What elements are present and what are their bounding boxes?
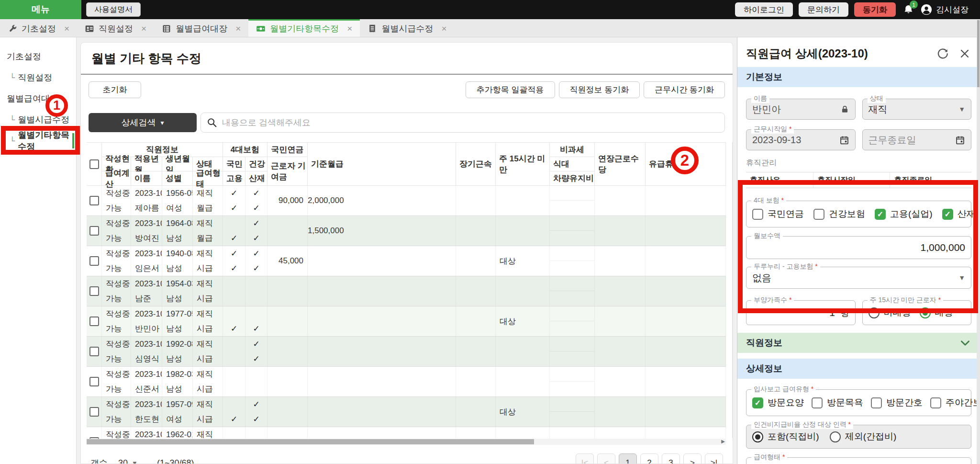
radio-icon[interactable] xyxy=(830,431,841,442)
calendar-icon[interactable] xyxy=(839,135,849,145)
work-end-date-field[interactable]: 근무종료일 xyxy=(862,129,972,150)
row-checkbox[interactable] xyxy=(89,317,99,326)
checkbox-icon[interactable] xyxy=(875,209,886,220)
work-start-date-field[interactable]: 근무시작일 * 2023-09-13 xyxy=(746,129,856,150)
tab-close-icon[interactable]: × xyxy=(441,23,446,34)
hi-login-button[interactable]: 하이로그인 xyxy=(735,2,793,17)
table-row[interactable]: 작성중 2023-10 1956-05-16 재직 ✓ ✓ 가능 제아름 여성 … xyxy=(87,186,726,216)
checkbox-icon[interactable] xyxy=(930,397,941,408)
page-button-2[interactable]: 2 xyxy=(640,453,658,464)
checkbox-icon[interactable] xyxy=(813,209,824,220)
manual-button[interactable]: 사용설명서 xyxy=(86,2,141,17)
tab-close-icon[interactable]: × xyxy=(64,23,69,34)
table-row[interactable]: 작성중 2023-10 1954-03-02 재직 가능 남준 남성 시급 xyxy=(87,276,726,306)
radio-not-applicable[interactable]: 비대상 xyxy=(869,306,911,319)
monthly-pay-field[interactable]: 월보수액 1,000,000 xyxy=(746,236,971,259)
cell-status: 작성중 xyxy=(102,367,131,382)
section-employee-info[interactable]: 직원정보 xyxy=(737,333,980,353)
checkbox-employment-insurance[interactable]: 고용(실업) xyxy=(875,208,933,220)
radio-exclude-indirect[interactable]: 제외(간접비) xyxy=(830,430,897,443)
sidebar-item-employee-settings[interactable]: └직원설정 xyxy=(0,67,76,88)
duru-nuri-select[interactable]: 두루누리 - 고용보험 * 없음 ▼ xyxy=(746,267,971,289)
row-checkbox[interactable] xyxy=(89,377,99,386)
close-icon[interactable] xyxy=(959,48,970,59)
vertical-scrollbar[interactable]: ▲ ▼ xyxy=(732,142,733,438)
menu-button[interactable]: 메뉴 xyxy=(0,0,81,19)
first-page-button[interactable]: |< xyxy=(576,453,594,464)
row-checkbox[interactable] xyxy=(89,196,99,205)
checkbox-visit-bath[interactable]: 방문목욕 xyxy=(812,396,863,409)
checkbox-visit-nursing[interactable]: 방문간호 xyxy=(871,396,923,409)
last-page-button[interactable]: >| xyxy=(705,453,723,464)
cell-meal xyxy=(550,216,595,231)
cell-health-check xyxy=(245,306,267,321)
radio-icon[interactable] xyxy=(920,307,931,318)
inquiry-button[interactable]: 문의하기 xyxy=(799,2,848,17)
horizontal-scrollbar[interactable]: ▶ xyxy=(87,439,726,445)
state-select[interactable]: 상태 재직 ▼ xyxy=(862,99,972,120)
tab-monthly-hourly-wage[interactable]: 월별시급수정 × xyxy=(360,19,454,37)
prev-page-button[interactable]: < xyxy=(597,453,615,464)
sidebar-item-monthly-hourly[interactable]: └월별시급수정 xyxy=(0,109,76,130)
scrollbar-thumb[interactable] xyxy=(977,20,980,87)
reset-button[interactable]: 초기화 xyxy=(89,81,141,98)
tab-close-icon[interactable]: × xyxy=(347,23,352,34)
checkbox-visit-care[interactable]: 방문요양 xyxy=(752,396,804,409)
notification-bell-icon[interactable]: 1 xyxy=(902,2,915,17)
tab-monthly-other-items[interactable]: 월별기타항목수정 × xyxy=(248,19,360,37)
table-row[interactable]: 작성중 2023-10 1992-08-31 재직 ✓ 가능 심영식 남성 시급… xyxy=(87,337,726,367)
table-row[interactable]: 작성중 2023-10 1977-05-26 재직 가능 반민아 남성 시급 ✓… xyxy=(87,306,726,337)
user-menu[interactable]: 김시설장 xyxy=(921,4,969,15)
scroll-up-arrow-icon[interactable]: ▲ xyxy=(733,143,733,148)
select-all-checkbox[interactable] xyxy=(89,159,99,169)
refresh-icon[interactable] xyxy=(936,48,948,60)
sidebar-item-monthly-other-items[interactable]: └월별기타항목수정 xyxy=(0,130,76,151)
table-row[interactable]: 작성중 2023-10 1962-01-27 재직 xyxy=(87,427,726,439)
sync-worktime-button[interactable]: 근무시간 동기화 xyxy=(644,81,725,98)
tab-employee-settings[interactable]: 직원설정 × xyxy=(77,19,154,37)
checkbox-industrial-insurance[interactable]: 산재보험 xyxy=(942,208,980,220)
calendar-icon[interactable] xyxy=(955,135,965,145)
tab-close-icon[interactable]: × xyxy=(141,23,146,34)
table-row[interactable]: 작성중 2023-10 1940-08-30 재직 ✓ ✓ 가능 임은서 남성 … xyxy=(87,246,726,276)
checkbox-icon[interactable] xyxy=(942,209,953,220)
sync-employee-info-button[interactable]: 직원정보 동기화 xyxy=(559,81,640,98)
tab-close-icon[interactable]: × xyxy=(235,23,241,34)
scroll-right-arrow-icon[interactable]: ▶ xyxy=(721,439,725,444)
sidebar-item-basic-settings[interactable]: 기초설정 xyxy=(0,46,76,67)
page-button-1[interactable]: 1 xyxy=(619,453,637,464)
checkbox-national-pension[interactable]: 국민연금 xyxy=(752,208,804,220)
scrollbar-thumb[interactable] xyxy=(87,439,534,444)
scroll-down-arrow-icon[interactable]: ▼ xyxy=(733,432,733,437)
row-checkbox[interactable] xyxy=(89,256,99,266)
checkbox-icon[interactable] xyxy=(752,209,763,220)
table-row[interactable]: 작성중 2023-10 1982-03-05 재직 가능 신준서 남성 시급 xyxy=(87,367,726,397)
row-checkbox[interactable] xyxy=(89,226,99,236)
row-checkbox[interactable] xyxy=(89,286,99,296)
dependents-field[interactable]: 부양가족수 * 1 명 xyxy=(746,300,856,325)
sidebar-item-monthly-payroll[interactable]: 월별급여대장 xyxy=(0,88,76,109)
next-page-button[interactable]: > xyxy=(683,453,702,464)
checkbox-icon[interactable] xyxy=(812,397,823,408)
tab-basic-settings[interactable]: 기초설정 × xyxy=(0,19,77,37)
tab-monthly-payroll[interactable]: 월별급여대장 × xyxy=(154,19,248,37)
table-row[interactable]: 작성중 2023-10 1964-08-07 재직 ✓ 가능 방여진 남성 월급… xyxy=(87,216,726,246)
page-size-select[interactable]: 30 ▼ xyxy=(118,458,138,464)
checkbox-icon[interactable] xyxy=(871,397,882,408)
row-checkbox[interactable] xyxy=(89,407,99,417)
sync-button[interactable]: 동기화 xyxy=(854,2,896,17)
detail-search-button[interactable]: 상세검색 ▾ xyxy=(89,113,197,132)
radio-icon[interactable] xyxy=(752,431,763,442)
bulk-apply-button[interactable]: 추가항목 일괄적용 xyxy=(466,81,555,98)
page-button-3[interactable]: 3 xyxy=(662,453,680,464)
search-input[interactable] xyxy=(222,118,719,128)
checkbox-icon[interactable] xyxy=(752,397,763,408)
radio-icon[interactable] xyxy=(869,307,880,318)
radio-include-direct[interactable]: 포함(직접비) xyxy=(752,430,819,443)
checkbox-daynight-care[interactable]: 주야간보호 xyxy=(930,396,980,409)
window-scrollbar[interactable] xyxy=(977,19,980,464)
table-row[interactable]: 작성중 2023-10 1957-09-25 재직 ✓ 가능 한도현 여성 시급… xyxy=(87,397,726,427)
radio-applicable[interactable]: 대상 xyxy=(920,306,953,319)
row-checkbox[interactable] xyxy=(89,347,99,356)
checkbox-health-insurance[interactable]: 건강보험 xyxy=(813,208,865,220)
